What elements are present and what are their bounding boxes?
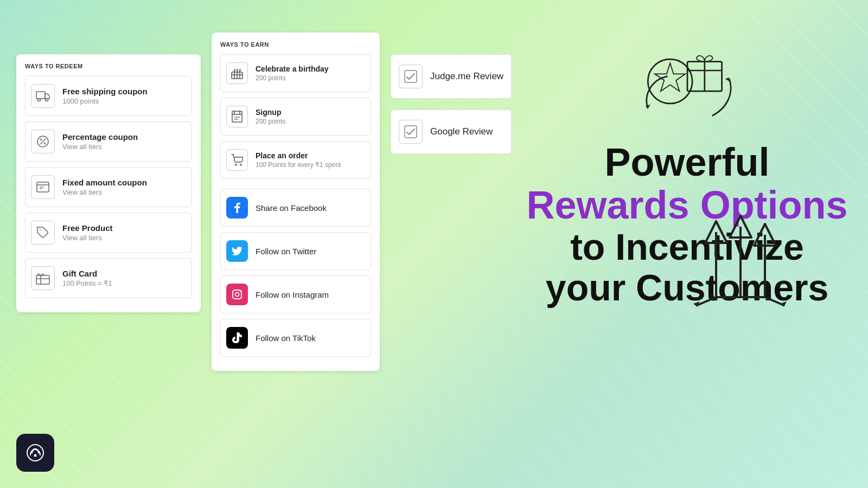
social-name: Follow on TikTok	[256, 333, 316, 343]
headline-section: Powerful Rewards Options to Incentivize …	[522, 22, 852, 308]
judgeme-icon	[399, 65, 423, 88]
reward-sub: 100 Points = ₹1	[62, 279, 112, 287]
svg-rect-12	[36, 275, 49, 284]
social-name: Follow on Instagram	[256, 290, 329, 299]
svg-point-29	[235, 293, 239, 297]
twitter-icon	[226, 240, 248, 262]
svg-point-1	[38, 99, 41, 101]
svg-marker-34	[655, 63, 685, 91]
earn-sub: 200 points	[256, 74, 329, 82]
list-item[interactable]: Gift Card 100 Points = ₹1	[25, 258, 192, 298]
svg-rect-32	[405, 126, 417, 138]
google-review-icon	[399, 120, 423, 144]
svg-point-30	[240, 291, 241, 292]
review-name: Google Review	[430, 126, 493, 137]
instagram-icon	[226, 284, 248, 305]
reward-sub: View all tiers	[62, 143, 138, 151]
reward-name: Free shipping coupon	[62, 87, 148, 96]
svg-point-5	[40, 139, 42, 140]
svg-point-26	[235, 164, 237, 166]
social-name: Follow on Twitter	[256, 247, 316, 256]
reward-name: Fixed amount coupon	[62, 178, 147, 187]
reward-name: Gift Card	[62, 269, 112, 278]
svg-rect-0	[36, 92, 45, 99]
reward-name: Free Product	[62, 223, 113, 233]
reward-sub: View all tiers	[62, 234, 113, 242]
list-item[interactable]: Free Product View all tiers	[25, 213, 192, 253]
svg-line-4	[40, 139, 46, 144]
redeem-panel-title: WAYS TO REDEEM	[25, 63, 192, 69]
list-item[interactable]: Place an order 100 Points for every ₹1 s…	[220, 141, 371, 179]
list-item[interactable]: Celebrate a birthday 200 points	[220, 54, 371, 92]
reward-name: Percentage coupon	[62, 132, 138, 142]
top-decoration	[633, 33, 742, 130]
svg-point-2	[46, 99, 48, 101]
list-item[interactable]: Google Review	[391, 110, 512, 154]
list-item[interactable]: Follow on TikTok	[220, 319, 371, 357]
svg-marker-51	[780, 301, 787, 307]
svg-marker-38	[645, 105, 650, 108]
svg-point-6	[44, 143, 46, 144]
earn-name: Celebrate a birthday	[256, 65, 329, 73]
svg-point-33	[648, 59, 692, 104]
shipping-icon	[31, 84, 55, 108]
svg-rect-31	[405, 70, 417, 82]
list-item[interactable]: Signup 200 points	[220, 98, 371, 136]
fixed-coupon-icon	[31, 175, 55, 199]
reviews-panel: Judge.me Review Google Review	[391, 54, 512, 159]
list-item[interactable]: Judge.me Review	[391, 54, 512, 99]
earn-sub: 100 Points for every ₹1 spent	[256, 161, 341, 169]
svg-line-46	[697, 297, 716, 305]
social-name: Share on Facebook	[256, 203, 327, 213]
svg-marker-39	[725, 78, 729, 81]
facebook-icon	[226, 197, 248, 219]
birthday-icon	[226, 62, 248, 84]
reward-sub: 1000 points	[62, 97, 148, 105]
percentage-icon	[31, 130, 55, 153]
svg-rect-20	[232, 111, 242, 122]
signup-icon	[226, 106, 248, 127]
free-product-icon	[31, 221, 55, 245]
list-item[interactable]: Percentage coupon View all tiers	[25, 121, 192, 162]
earn-name: Signup	[256, 108, 285, 117]
reward-sub: View all tiers	[62, 188, 147, 196]
ways-to-earn-panel: WAYS TO EARN Celebrate a birthday 200 po…	[212, 33, 380, 371]
list-item[interactable]: Fixed amount coupon View all tiers	[25, 167, 192, 207]
ways-to-redeem-panel: WAYS TO REDEEM Free shipping coupon 1000…	[16, 54, 201, 312]
svg-point-27	[240, 164, 242, 166]
headline-line1: Powerful	[527, 141, 848, 184]
review-name: Judge.me Review	[430, 71, 503, 82]
gift-card-icon	[31, 266, 55, 290]
earn-panel-title: WAYS TO EARN	[220, 41, 371, 48]
order-icon	[226, 149, 248, 171]
list-item[interactable]: Free shipping coupon 1000 points	[25, 76, 192, 116]
bottom-decoration	[673, 200, 808, 308]
earn-sub: 200 points	[256, 118, 285, 125]
list-item[interactable]: Share on Facebook	[220, 189, 371, 227]
list-item[interactable]: Follow on Instagram	[220, 275, 371, 313]
tiktok-icon	[226, 327, 248, 349]
list-item[interactable]: Follow on Twitter	[220, 232, 371, 270]
earn-name: Place an order	[256, 151, 341, 160]
